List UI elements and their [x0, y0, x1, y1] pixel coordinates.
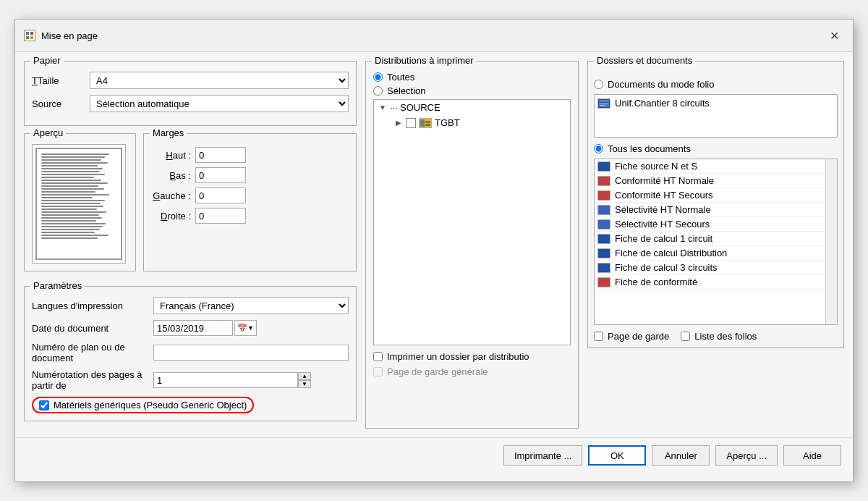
- page-garde-bottom-checkbox[interactable]: [594, 332, 603, 341]
- preview-lines: [37, 149, 121, 243]
- numerotation-input[interactable]: [153, 372, 298, 388]
- spin-down-button[interactable]: ▼: [298, 380, 311, 388]
- date-label: Date du document: [32, 323, 148, 334]
- imprimer-checkbox[interactable]: [373, 352, 383, 361]
- gauche-label: Gauche :: [151, 190, 191, 201]
- list-item[interactable]: Sélectivité HT Normale: [595, 203, 837, 217]
- preview-border: [35, 148, 122, 260]
- tgbt-arrow: ▶: [394, 119, 403, 127]
- preview-box: [32, 144, 126, 264]
- dialog-content: Papier TTaille A4 Source Sélection autom…: [15, 52, 853, 437]
- titlebar-left: Mise en page: [24, 30, 98, 41]
- folio-label: Documents du mode folio: [608, 79, 714, 90]
- apercu-button[interactable]: Aperçu ...: [715, 445, 778, 466]
- tree-source-item[interactable]: ▼ ··· SOURCE: [374, 100, 570, 115]
- list-item[interactable]: Fiche de calcul 1 circuit: [595, 232, 837, 246]
- date-input[interactable]: [153, 320, 233, 336]
- doc-label: Sélectivité HT Normale: [615, 204, 711, 215]
- droite-label: Droite :: [151, 211, 191, 222]
- all-docs-radio[interactable]: [594, 144, 603, 153]
- all-docs-label: Tous les documents: [608, 143, 691, 154]
- page-garde-label: Page de garde générale: [387, 366, 488, 377]
- spin-buttons: ▲ ▼: [298, 372, 311, 388]
- aide-button[interactable]: Aide: [783, 445, 841, 466]
- gauche-row: Gauche :: [151, 188, 349, 203]
- papier-group: Papier TTaille A4 Source Sélection autom…: [24, 61, 357, 126]
- toutes-radio[interactable]: [373, 72, 383, 82]
- footer: Imprimante ... OK Annuler Aperçu ... Aid…: [15, 437, 853, 473]
- haut-input[interactable]: [195, 147, 246, 163]
- doc-icon: [597, 205, 610, 215]
- calendar-icon: 📅: [237, 324, 247, 333]
- taille-select[interactable]: A4: [90, 72, 349, 89]
- folio-docs-list[interactable]: Unif.Chantier 8 circuits: [594, 94, 838, 138]
- taille-row: TTaille A4: [32, 72, 349, 89]
- list-item[interactable]: Conformité HT Normale: [595, 174, 837, 188]
- selection-label: Sélection: [387, 85, 425, 96]
- page-garde-checkbox[interactable]: [373, 367, 383, 376]
- close-button[interactable]: ✕: [824, 25, 844, 46]
- tgbt-label: TGBT: [435, 117, 460, 128]
- doc-icon: [597, 234, 610, 244]
- liste-folios-check-row: Liste des folios: [681, 331, 757, 342]
- apercu-label: Aperçu: [30, 127, 66, 138]
- list-item[interactable]: Fiche de calcul Distribution: [595, 246, 837, 261]
- docs-container: Fiche source N et SConformité HT Normale…: [595, 159, 837, 290]
- list-item[interactable]: Conformité HT Secours: [595, 188, 837, 203]
- bas-row: Bas :: [151, 167, 349, 183]
- dropdown-arrow: ▼: [247, 324, 254, 332]
- page-garde-row: Page de garde générale: [373, 366, 571, 377]
- list-item[interactable]: Fiche de calcul 3 circuits: [595, 261, 837, 275]
- date-row: Date du document 📅 ▼: [32, 320, 349, 336]
- list-item[interactable]: Fiche source N et S: [595, 159, 837, 174]
- apercu-group: Aperçu: [24, 133, 136, 271]
- gauche-input[interactable]: [195, 188, 246, 203]
- date-picker-button[interactable]: 📅 ▼: [234, 320, 257, 336]
- toutes-option: Toutes: [373, 72, 571, 83]
- svg-rect-1: [30, 32, 33, 35]
- svg-rect-5: [420, 119, 425, 127]
- haut-row: Haut :: [151, 147, 349, 163]
- svg-rect-9: [599, 100, 609, 102]
- langue-row: Langues d'impression Français (France): [32, 297, 349, 314]
- numerotation-row: Numérotation des pages à partir de ▲ ▼: [32, 369, 349, 391]
- all-docs-list[interactable]: Fiche source N et SConformité HT Normale…: [594, 159, 838, 325]
- doc-icon: [597, 161, 610, 172]
- bottom-checkboxes: Page de garde Liste des folios: [594, 331, 838, 342]
- scrollbar[interactable]: [825, 159, 837, 324]
- papier-group-label: Papier: [30, 55, 64, 66]
- page-garde-check-row: Page de garde: [594, 331, 669, 342]
- imprimante-button[interactable]: Imprimante ...: [503, 445, 582, 466]
- doc-icon: [597, 277, 610, 287]
- bas-input[interactable]: [195, 167, 246, 183]
- dossiers-group-label: Dossiers et documents: [594, 55, 695, 66]
- tgbt-icon: [419, 118, 432, 128]
- doc-icon: [597, 219, 610, 230]
- selection-radio[interactable]: [373, 86, 383, 96]
- tgbt-checkbox[interactable]: [406, 118, 416, 128]
- toutes-label: Toutes: [387, 72, 414, 83]
- langue-select[interactable]: Français (France): [153, 297, 349, 314]
- imprimer-row: Imprimer un dossier par distributio: [373, 351, 571, 362]
- generic-checkbox[interactable]: [39, 400, 49, 411]
- list-item[interactable]: Sélectivité HT Secours: [595, 217, 837, 232]
- annuler-button[interactable]: Annuler: [652, 445, 710, 466]
- params-group: Paramètres Langues d'impression Français…: [24, 286, 357, 421]
- distributions-label: Distributions à imprimer: [372, 55, 477, 66]
- doc-label: Fiche de calcul Distribution: [615, 248, 727, 258]
- droite-input[interactable]: [195, 208, 246, 224]
- liste-folios-checkbox[interactable]: [681, 332, 690, 341]
- source-select[interactable]: Sélection automatique: [90, 95, 349, 112]
- doc-label: Conformité HT Secours: [615, 190, 713, 201]
- dialog-title: Mise en page: [41, 30, 98, 41]
- tree-tgbt-item[interactable]: ▶ TGBT: [374, 115, 570, 130]
- spin-up-button[interactable]: ▲: [298, 372, 311, 380]
- ok-button[interactable]: OK: [588, 445, 646, 466]
- folio-radio[interactable]: [594, 80, 603, 89]
- svg-rect-0: [26, 32, 29, 35]
- doc-label: Fiche de conformité: [615, 277, 697, 287]
- numero-input[interactable]: [153, 345, 349, 361]
- unif-label: Unif.Chantier 8 circuits: [615, 98, 710, 109]
- doc-label: Fiche de calcul 3 circuits: [615, 262, 718, 273]
- list-item[interactable]: Fiche de conformité: [595, 275, 837, 290]
